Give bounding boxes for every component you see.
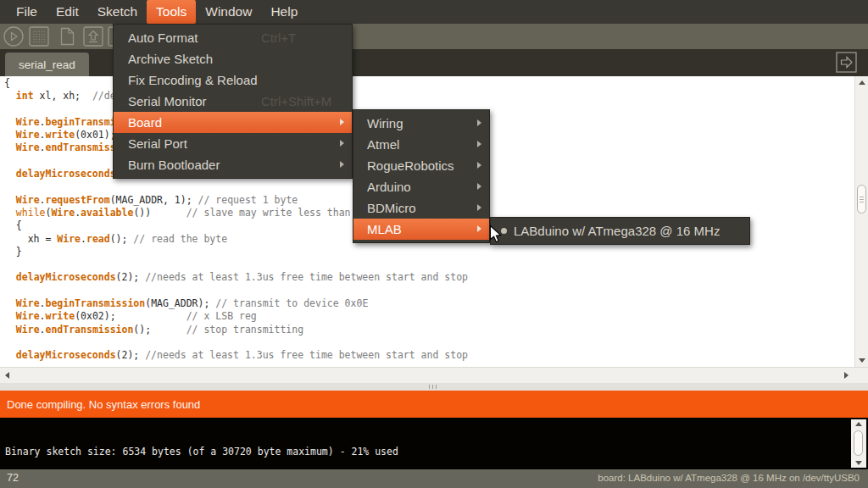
menu-item-burn-bootloader[interactable]: Burn Bootloader — [114, 154, 352, 175]
submenu-arrow-icon — [477, 225, 481, 232]
code-token: (0x02); — [75, 310, 186, 322]
code-token: . — [40, 310, 46, 322]
code-token: (); — [133, 324, 186, 336]
editor-horizontal-scrollbar[interactable] — [0, 367, 868, 383]
code-token: Wire — [16, 116, 40, 128]
code-token: while — [16, 207, 46, 219]
code-token: ()) — [133, 207, 186, 219]
editor-vertical-scrollbar[interactable] — [854, 76, 868, 367]
code-token — [4, 90, 16, 102]
code-line: Wire.endTransmission(); // stop transmit… — [4, 324, 468, 336]
menubar: File Edit Sketch Tools Window Help — [0, 0, 868, 24]
menu-edit[interactable]: Edit — [47, 0, 88, 24]
code-token: . — [40, 129, 46, 141]
menu-item-arduino[interactable]: Arduino — [353, 176, 489, 197]
code-token — [4, 141, 16, 153]
menu-help[interactable]: Help — [261, 0, 307, 24]
code-token: delayMicroseconds — [16, 271, 116, 283]
scroll-right-icon[interactable] — [844, 372, 849, 379]
tools-dropdown-menu: Auto Format Ctrl+T Archive Sketch Fix En… — [113, 24, 353, 179]
code-token: // transmit to device 0x0E — [215, 297, 368, 309]
menu-item-label: Archive Sketch — [128, 52, 213, 66]
code-token: Wire — [16, 324, 40, 336]
compile-status-bar: Done compiling. No syntax errors found — [0, 391, 868, 418]
menu-item-label: Wiring — [367, 116, 403, 130]
code-token: int — [16, 90, 34, 102]
code-token: . — [40, 297, 46, 309]
board-submenu: Wiring Atmel RogueRobotics Arduino BDMic… — [353, 109, 490, 243]
code-token: } — [4, 246, 22, 258]
menu-item-serial-monitor[interactable]: Serial Monitor Ctrl+Shift+M — [114, 91, 352, 112]
code-token: (MAG_ADDR, 1); — [110, 194, 198, 206]
menu-item-mlab[interactable]: MLAB — [353, 219, 489, 240]
code-token: (2); — [116, 271, 146, 283]
menu-window[interactable]: Window — [196, 0, 261, 24]
code-line — [4, 285, 468, 297]
code-line: delayMicroseconds(2); //needs at least 1… — [4, 271, 468, 284]
code-token — [4, 297, 16, 309]
code-line: Wire.write(0x02); // x LSB reg — [4, 310, 468, 323]
code-token: . — [81, 233, 86, 245]
code-token: (2); — [116, 349, 146, 361]
code-token — [4, 194, 16, 206]
menu-item-serial-port[interactable]: Serial Port — [114, 133, 352, 154]
code-token: Wire — [16, 129, 40, 141]
menu-item-label: Atmel — [367, 137, 399, 152]
console-scroll-down-icon[interactable] — [855, 461, 862, 465]
new-sketch-button[interactable] — [56, 25, 78, 47]
pane-splitter[interactable] — [0, 383, 868, 391]
verify-button[interactable] — [3, 25, 25, 47]
code-token: //needs at least 1.3us free time between… — [145, 349, 468, 361]
editor-scroll-thumb[interactable] — [857, 185, 866, 214]
code-token — [4, 207, 16, 219]
menu-tools[interactable]: Tools — [147, 0, 196, 24]
stop-button[interactable] — [28, 25, 50, 47]
menu-item-auto-format[interactable]: Auto Format Ctrl+T — [114, 27, 352, 48]
stop-icon — [28, 25, 50, 47]
splitter-grip-icon — [429, 385, 441, 389]
menu-item-label: Arduino — [367, 180, 411, 194]
code-token: (); — [110, 233, 134, 245]
menu-item-label: Serial Monitor — [128, 94, 207, 108]
menu-item-label: Auto Format — [128, 30, 198, 45]
tab-serial-read[interactable]: serial_read — [5, 53, 89, 76]
menu-item-fix-encoding[interactable]: Fix Encoding & Reload — [114, 69, 352, 91]
menu-item-label: BDMicro — [367, 201, 416, 215]
console-scrollbar[interactable] — [851, 419, 866, 468]
status-footer: 72 board: LABduino w/ ATmega328 @ 16 MHz… — [0, 469, 868, 488]
code-line — [4, 258, 468, 271]
verify-play-icon — [3, 25, 25, 47]
board-port-indicator: board: LABduino w/ ATmega328 @ 16 MHz on… — [598, 473, 860, 483]
menu-item-roguerobotics[interactable]: RogueRobotics — [353, 155, 489, 176]
menu-sketch[interactable]: Sketch — [88, 0, 147, 24]
scroll-down-icon[interactable] — [859, 358, 865, 363]
menu-item-label: Fix Encoding & Reload — [128, 73, 258, 87]
console-scroll-thumb[interactable] — [854, 430, 863, 456]
open-sketch-button[interactable] — [82, 25, 104, 47]
code-token: //needs at least 1.3us free time between… — [145, 271, 468, 283]
code-token: . — [40, 324, 46, 336]
menu-item-board[interactable]: Board — [114, 112, 352, 133]
code-token: delayMicroseconds — [16, 349, 116, 361]
code-line: delayMicroseconds(2); //needs at least 1… — [4, 349, 468, 362]
submenu-arrow-icon — [477, 162, 481, 169]
menu-item-archive-sketch[interactable]: Archive Sketch — [114, 48, 352, 69]
menu-item-shortcut: Ctrl+Shift+M — [261, 94, 331, 108]
submenu-arrow-icon — [477, 183, 481, 190]
scroll-left-icon[interactable] — [5, 372, 9, 379]
code-token: // stop transmitting — [186, 324, 303, 336]
scroll-up-icon[interactable] — [859, 80, 865, 85]
tab-menu-arrow-icon — [836, 52, 857, 73]
code-token: Wire — [16, 297, 40, 309]
console-scroll-up-icon[interactable] — [855, 422, 862, 426]
menu-item-atmel[interactable]: Atmel — [353, 134, 489, 155]
mouse-cursor-icon — [489, 225, 504, 247]
code-token: . — [40, 141, 46, 153]
upload-arrow-icon — [82, 25, 104, 47]
menu-item-labduino[interactable]: LABduino w/ ATmega328 @ 16 MHz — [491, 220, 749, 241]
menu-item-bdmicro[interactable]: BDMicro — [353, 197, 489, 219]
code-token: Wire — [16, 310, 40, 322]
menu-item-wiring[interactable]: Wiring — [353, 113, 489, 134]
menu-file[interactable]: File — [7, 0, 47, 24]
tab-menu-button[interactable] — [836, 52, 857, 73]
